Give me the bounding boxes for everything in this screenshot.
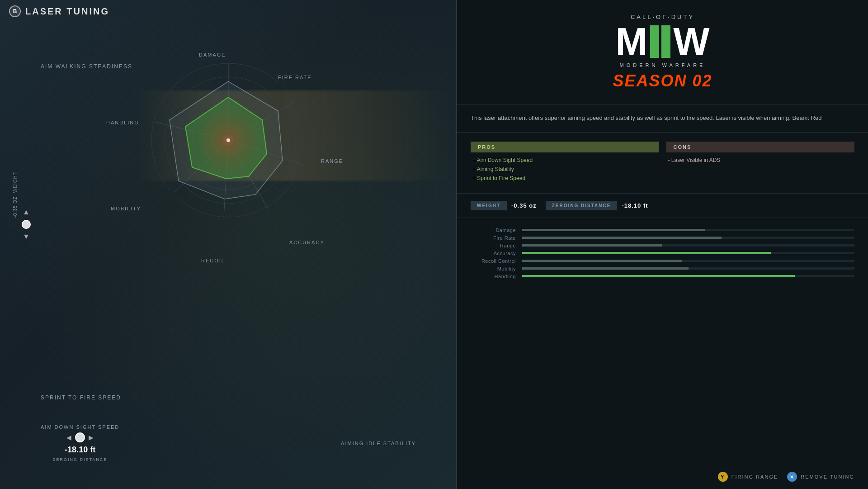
back-button[interactable]: B [9, 5, 21, 17]
zeroing-badge: ZEROING DISTANCE -18.10 ft [546, 201, 648, 210]
stat-bar-container [522, 237, 854, 239]
stat-bar-fill [522, 275, 795, 277]
left-panel: B LASER TUNING AIM WALKING STEADINESS SP… [0, 0, 457, 489]
pros-header: PROS [471, 142, 659, 152]
aiming-idle-slider-group: AIMING IDLE STABILITY [341, 441, 416, 446]
aiming-idle-label: AIMING IDLE STABILITY [341, 441, 416, 446]
stat-bar-fill [522, 267, 689, 270]
aim-walking-label: AIM WALKING STEADINESS [41, 63, 132, 70]
recoil-label: RECOIL [201, 258, 225, 263]
stat-row: Recoil Control [471, 258, 854, 264]
mw2-green-bars [650, 25, 670, 58]
stat-label: Accuracy [471, 251, 516, 256]
ads-thumb [75, 432, 85, 442]
cod-logo-area: CALL·OF·DUTY M W MODERN WARFARE SEASON 0… [457, 0, 868, 104]
mobility-label: MOBILITY [111, 206, 141, 211]
stat-bar-container [522, 252, 854, 254]
description-text: This laser attachment offers superior ai… [471, 114, 854, 123]
svg-point-20 [226, 138, 230, 142]
cons-section: CONS - Laser Visible in ADS [666, 142, 855, 184]
stat-label: Handling [471, 274, 516, 279]
firing-range-button[interactable]: Y FIRING RANGE [718, 472, 778, 482]
stat-bar-fill [522, 229, 705, 231]
stat-row: Range [471, 243, 854, 248]
ads-slider-controls[interactable]: ◀ ▶ [66, 432, 94, 442]
mw2-bar-2 [661, 25, 670, 58]
weight-zeroing-area: WEIGHT -0.35 oz ZEROING DISTANCE -18.10 … [457, 194, 868, 218]
weight-arrow-up[interactable]: ▲ [23, 208, 30, 216]
zeroing-badge-value: -18.10 ft [622, 202, 648, 209]
pros-cons-area: PROS + Aim Down Sight Speed + Aiming Sta… [457, 133, 868, 194]
sprint-fire-label: SPRINT TO FIRE SPEED [41, 394, 121, 401]
bottom-buttons: Y FIRING RANGE ✕ REMOVE TUNING [718, 472, 854, 482]
zeroing-badge-label: ZEROING DISTANCE [546, 201, 618, 210]
weight-arrow-down[interactable]: ▼ [23, 233, 30, 241]
radar-chart [142, 54, 314, 228]
firing-range-label: FIRING RANGE [731, 474, 778, 480]
stat-row: Accuracy [471, 251, 854, 256]
weight-thumb [22, 220, 31, 229]
cons-header: CONS [666, 142, 855, 152]
handling-label: HANDLING [106, 120, 139, 125]
stat-row: Handling [471, 274, 854, 279]
range-label: RANGE [321, 158, 343, 164]
accuracy-label: ACCURACY [289, 240, 325, 245]
mw2-w: W [673, 22, 709, 61]
ads-slider-group: AIM DOWN SIGHT SPEED ◀ ▶ -18.10 ft ZEROI… [41, 424, 119, 462]
stat-bar-container [522, 229, 854, 231]
pros-section: PROS + Aim Down Sight Speed + Aiming Sta… [471, 142, 659, 184]
stats-bars-area: DamageFire RateRangeAccuracyRecoil Contr… [457, 218, 868, 289]
stat-bar-container [522, 244, 854, 247]
weight-label-vertical: -0.35 OZ WEIGHT [13, 172, 18, 218]
pros-item-3: + Sprint to Fire Speed [471, 175, 659, 181]
stat-label: Mobility [471, 266, 516, 271]
stat-label: Damage [471, 228, 516, 233]
stat-label: Range [471, 243, 516, 248]
y-button-icon: Y [718, 472, 728, 482]
call-of-duty-text: CALL·OF·DUTY [471, 14, 854, 20]
remove-tuning-button[interactable]: ✕ REMOVE TUNING [787, 472, 854, 482]
stat-bar-fill [522, 244, 662, 247]
pros-item-2: + Aiming Stability [471, 166, 659, 172]
title-bar: B LASER TUNING [0, 0, 118, 23]
svg-marker-19 [170, 81, 283, 199]
stat-bar-fill [522, 252, 771, 254]
stat-bar-container [522, 267, 854, 270]
stat-bar-container [522, 275, 854, 277]
stat-bar-fill [522, 237, 722, 239]
ads-arrow-left[interactable]: ◀ [66, 434, 71, 441]
x-button-icon: ✕ [787, 472, 797, 482]
weight-badge: WEIGHT -0.35 oz [471, 201, 537, 210]
mw2-m: M [615, 22, 647, 61]
ads-unit: ZEROING DISTANCE [53, 457, 107, 462]
season-text: SEASON 02 [471, 71, 854, 90]
bottom-sliders: AIM DOWN SIGHT SPEED ◀ ▶ -18.10 ft ZEROI… [0, 424, 457, 462]
remove-tuning-label: REMOVE TUNING [801, 474, 854, 480]
stat-label: Fire Rate [471, 235, 516, 241]
stat-bar-fill [522, 260, 682, 262]
mw2-bar-1 [650, 25, 659, 58]
stat-row: Damage [471, 228, 854, 233]
stat-row: Mobility [471, 266, 854, 271]
stat-row: Fire Rate [471, 235, 854, 241]
stat-bar-container [522, 260, 854, 262]
description-area: This laser attachment offers superior ai… [457, 104, 868, 133]
mw2-logo: M W [471, 22, 854, 61]
pros-item-1: + Aim Down Sight Speed [471, 157, 659, 163]
ads-label: AIM DOWN SIGHT SPEED [41, 424, 119, 430]
right-panel: CALL·OF·DUTY M W MODERN WARFARE SEASON 0… [457, 0, 868, 489]
ads-arrow-right[interactable]: ▶ [89, 434, 94, 441]
page-title: LASER TUNING [25, 6, 109, 17]
weight-slider[interactable]: ▲ ▼ [22, 208, 31, 241]
weight-badge-label: WEIGHT [471, 201, 507, 210]
modern-warfare-text: MODERN WARFARE [471, 62, 854, 68]
stat-label: Recoil Control [471, 258, 516, 264]
weight-badge-value: -0.35 oz [511, 202, 537, 209]
cons-item-1: - Laser Visible in ADS [666, 157, 855, 163]
ads-value: -18.10 ft [65, 445, 95, 455]
